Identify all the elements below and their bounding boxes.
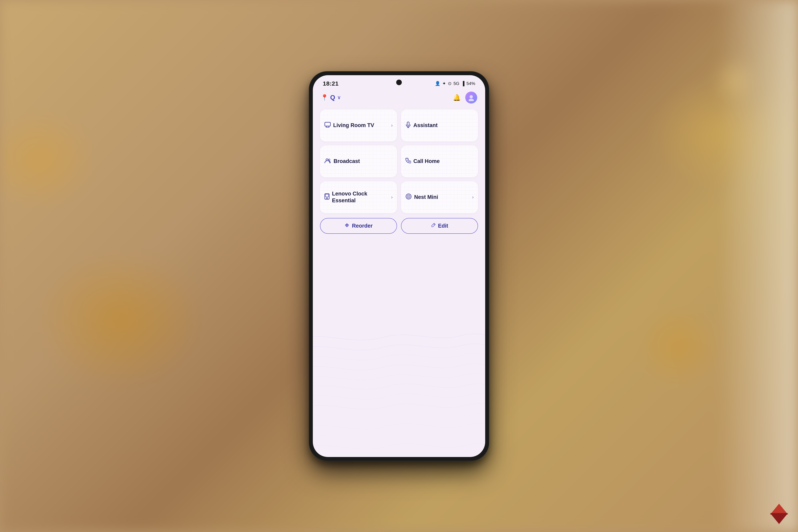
signal-icon: 5G: [454, 81, 459, 86]
bluetooth-icon: ✦: [442, 81, 446, 86]
bell-icon[interactable]: 🔔: [453, 94, 461, 101]
phone-icon: [405, 158, 411, 165]
ap-logo: [770, 504, 788, 524]
edit-button[interactable]: Edit: [401, 218, 478, 234]
chevron-right-nest-icon: ›: [472, 195, 474, 200]
tile-lenovo-clock[interactable]: Lenovo Clock Essential ›: [320, 181, 397, 213]
tile-row-call-home: Call Home: [405, 158, 474, 165]
tile-label-assistant: Assistant: [413, 122, 474, 129]
svg-line-20: [434, 224, 435, 225]
app-content: Living Room TV ›: [313, 106, 485, 457]
home-label: Q: [330, 94, 335, 101]
tile-call-home[interactable]: Call Home: [401, 146, 478, 177]
wifi-icon: ⊙: [448, 81, 452, 86]
header-actions: 🔔: [453, 92, 477, 103]
chevron-down-icon: ∨: [337, 94, 341, 100]
ap-logo-down-triangle: [770, 513, 788, 524]
tiles-grid: Living Room TV ›: [320, 110, 478, 213]
tile-label-living-room-tv: Living Room TV: [333, 122, 389, 129]
svg-point-13: [326, 197, 327, 199]
tile-label-broadcast: Broadcast: [334, 158, 393, 165]
chevron-right-tv-icon: ›: [391, 123, 393, 128]
status-icons: 👤 ✦ ⊙ 5G ▐ 54%: [435, 81, 475, 86]
tile-nest-mini[interactable]: Nest Mini ›: [401, 181, 478, 213]
tv-icon: [324, 122, 331, 129]
location-pin-icon: 📍: [321, 94, 328, 101]
svg-point-0: [470, 95, 473, 98]
reorder-button[interactable]: Reorder: [320, 218, 397, 234]
avatar[interactable]: [465, 92, 477, 103]
svg-rect-12: [325, 194, 328, 197]
tile-label-lenovo-clock: Lenovo Clock Essential: [332, 190, 389, 204]
nest-icon: [405, 193, 412, 201]
phone-device: 18:21 👤 ✦ ⊙ 5G ▐ 54% 📍 Q ∨ 🔔: [309, 72, 489, 461]
svg-point-1: [469, 99, 474, 101]
tile-row-nest-mini: Nest Mini ›: [405, 193, 474, 201]
reorder-icon: [344, 223, 349, 229]
tile-living-room-tv[interactable]: Living Room TV ›: [320, 110, 397, 141]
mic-icon: [405, 121, 411, 129]
svg-point-9: [326, 159, 328, 161]
tile-row-broadcast: Broadcast: [324, 158, 393, 165]
person-add-icon: 👤: [435, 81, 440, 86]
tile-row-living-room-tv: Living Room TV ›: [324, 122, 393, 129]
app-header: 📍 Q ∨ 🔔: [313, 90, 485, 106]
edit-icon: [431, 223, 436, 229]
header-location[interactable]: 📍 Q ∨: [321, 94, 341, 101]
tile-label-nest-mini: Nest Mini: [414, 194, 470, 201]
svg-rect-2: [325, 122, 330, 126]
camera-cutout: [396, 80, 402, 85]
edit-label: Edit: [438, 223, 448, 229]
tile-row-assistant: Assistant: [405, 121, 474, 129]
reorder-label: Reorder: [352, 223, 373, 229]
tile-row-lenovo-clock: Lenovo Clock Essential ›: [324, 190, 393, 204]
action-buttons: Reorder Edit: [320, 218, 478, 234]
broadcast-icon: [324, 158, 331, 165]
tile-assistant[interactable]: Assistant: [401, 110, 478, 141]
battery-text: 54%: [467, 81, 475, 86]
signal-bars-icon: ▐: [461, 81, 464, 86]
svg-rect-6: [407, 122, 409, 126]
tile-broadcast[interactable]: Broadcast: [320, 146, 397, 177]
phone-screen: 18:21 👤 ✦ ⊙ 5G ▐ 54% 📍 Q ∨ 🔔: [313, 75, 485, 457]
tile-label-call-home: Call Home: [413, 158, 474, 165]
status-time: 18:21: [323, 80, 339, 87]
svg-point-16: [408, 196, 409, 197]
chevron-right-clock-icon: ›: [391, 195, 393, 200]
clock-device-icon: [324, 193, 329, 201]
